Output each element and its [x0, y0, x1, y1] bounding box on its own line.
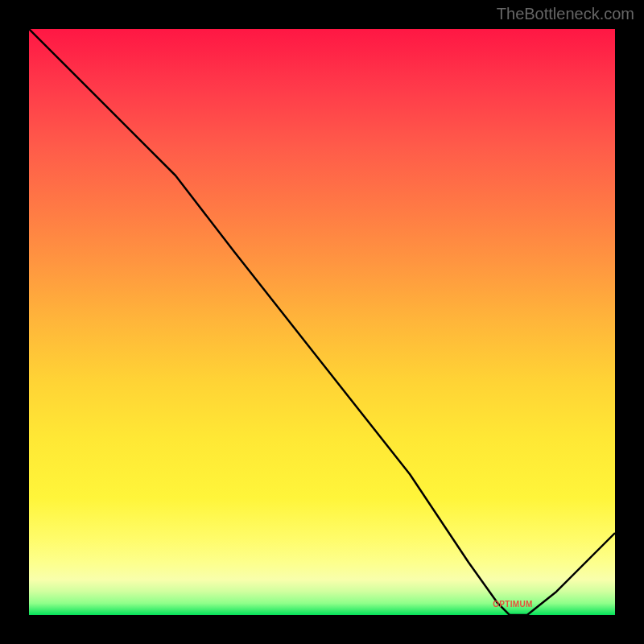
attribution-text: TheBottleneck.com [497, 5, 634, 23]
chart-line-layer [29, 29, 615, 615]
optimum-label: OPTIMUM [493, 600, 532, 609]
bottleneck-curve [29, 29, 615, 615]
chart-frame: OPTIMUM [29, 29, 615, 615]
